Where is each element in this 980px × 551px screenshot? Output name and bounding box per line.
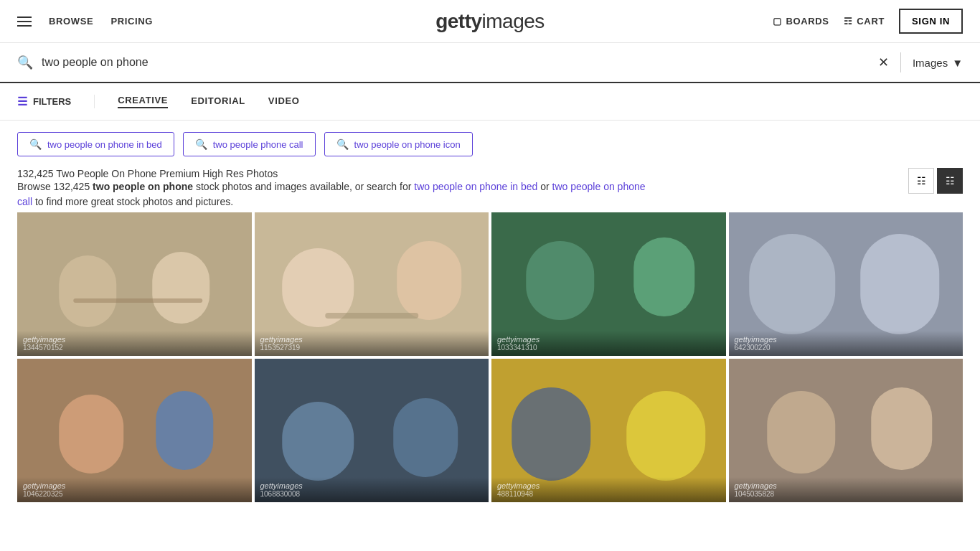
photo-overlay-4: gettyimages 642300220 <box>729 331 963 356</box>
svg-rect-19 <box>393 398 458 477</box>
boards-label: BOARDS <box>786 16 829 27</box>
svg-rect-7 <box>325 313 418 319</box>
svg-rect-12 <box>749 234 835 334</box>
grid-view-button[interactable]: ☷ <box>908 168 934 194</box>
svg-rect-16 <box>156 391 213 470</box>
filters-button[interactable]: ☰ FILTERS <box>17 95 95 108</box>
svg-rect-18 <box>282 402 354 481</box>
photo-id-2: 1153527319 <box>260 344 484 352</box>
suggestion-pill-2[interactable]: 🔍 two people phone call <box>183 132 316 156</box>
tab-creative[interactable]: CREATIVE <box>118 95 168 108</box>
link-phone-in-bed[interactable]: two people on phone in bed <box>414 181 537 192</box>
photo-overlay-8: gettyimages 1045035828 <box>729 477 963 502</box>
watermark-8: gettyimages <box>735 481 958 490</box>
tab-editorial[interactable]: EDITORIAL <box>191 95 245 108</box>
photo-item-8[interactable]: gettyimages 1045035828 <box>729 359 963 502</box>
photo-item-7[interactable]: gettyimages 488110948 <box>491 359 726 502</box>
suggestion-pills: 🔍 two people on phone in bed 🔍 two peopl… <box>17 132 963 156</box>
hamburger-menu[interactable] <box>17 17 32 27</box>
photo-id-7: 488110948 <box>497 490 720 498</box>
view-toggle: ☷ ☷ <box>908 168 963 194</box>
photo-grid: gettyimages 1344570152 gettyimages 11535… <box>17 212 963 502</box>
logo[interactable]: gettyimages <box>435 10 545 33</box>
cart-icon: ☶ <box>844 16 853 27</box>
desc-suffix: to find more great stock photos and pict… <box>32 196 233 207</box>
image-type-dropdown[interactable]: Images ▼ <box>913 57 963 69</box>
svg-rect-24 <box>767 391 835 474</box>
pill-label-2: two people phone call <box>213 139 303 150</box>
tab-video[interactable]: VIDEO <box>268 95 300 108</box>
photo-overlay-3: gettyimages 1033341310 <box>491 331 726 356</box>
svg-rect-22 <box>626 391 705 481</box>
suggestion-pill-1[interactable]: 🔍 two people on phone in bed <box>17 132 174 156</box>
svg-rect-3 <box>73 298 202 303</box>
boards-button[interactable]: ▢ BOARDS <box>773 16 829 27</box>
filters-label: FILTERS <box>33 96 71 107</box>
search-input[interactable] <box>42 56 878 69</box>
mosaic-icon: ☷ <box>946 175 955 187</box>
photo-overlay-6: gettyimages 1068830008 <box>255 477 489 502</box>
desc-mid: stock photos and images available, or se… <box>193 181 414 192</box>
photo-item-3[interactable]: gettyimages 1033341310 <box>491 212 726 356</box>
photo-overlay-7: gettyimages 488110948 <box>491 477 726 502</box>
svg-rect-9 <box>526 241 594 320</box>
cart-label: CART <box>857 16 885 27</box>
svg-rect-2 <box>152 252 209 324</box>
svg-rect-10 <box>633 237 694 316</box>
photo-id-5: 1046220325 <box>23 490 246 498</box>
watermark-3: gettyimages <box>497 335 720 344</box>
header-left: BROWSE PRICING <box>17 16 153 27</box>
pill-label-1: two people on phone in bed <box>47 139 162 150</box>
desc-prefix: Browse 132,425 <box>17 181 93 192</box>
watermark-7: gettyimages <box>497 481 720 490</box>
svg-rect-1 <box>59 255 116 327</box>
count-title: Two People On Phone Premium High Res Pho… <box>56 168 278 179</box>
photo-id-1: 1344570152 <box>23 344 246 352</box>
desc-bold: two people on phone <box>93 181 193 192</box>
watermark-5: gettyimages <box>23 481 246 490</box>
clear-icon[interactable]: ✕ <box>878 55 889 70</box>
pricing-link[interactable]: PRICING <box>110 16 153 27</box>
sign-in-button[interactable]: SIGN IN <box>899 9 963 34</box>
photo-overlay-1: gettyimages 1344570152 <box>17 331 252 356</box>
cart-button[interactable]: ☶ CART <box>844 16 885 27</box>
mosaic-view-button[interactable]: ☷ <box>937 168 963 194</box>
results-left: 132,425 Two People On Phone Premium High… <box>17 168 663 209</box>
photo-id-6: 1068830008 <box>260 490 484 498</box>
header: BROWSE PRICING gettyimages ▢ BOARDS ☶ CA… <box>0 0 980 43</box>
photo-overlay-2: gettyimages 1153527319 <box>255 331 489 356</box>
photo-item-2[interactable]: gettyimages 1153527319 <box>255 212 489 356</box>
results-description: Browse 132,425 two people on phone stock… <box>17 179 663 209</box>
watermark-4: gettyimages <box>735 335 958 344</box>
photo-id-8: 1045035828 <box>735 490 958 498</box>
pill-search-icon-2: 🔍 <box>195 138 207 150</box>
filter-icon: ☰ <box>17 95 27 108</box>
grid-icon: ☷ <box>917 175 926 187</box>
photo-item-5[interactable]: gettyimages 1046220325 <box>17 359 252 502</box>
photo-id-3: 1033341310 <box>497 344 720 352</box>
photo-item-6[interactable]: gettyimages 1068830008 <box>255 359 489 502</box>
pill-search-icon-3: 🔍 <box>336 138 349 150</box>
search-divider <box>900 52 901 72</box>
watermark-2: gettyimages <box>260 335 484 344</box>
photo-overlay-5: gettyimages 1046220325 <box>17 477 252 502</box>
browse-link[interactable]: BROWSE <box>49 16 93 27</box>
photo-item-1[interactable]: gettyimages 1344570152 <box>17 212 252 356</box>
svg-rect-25 <box>871 387 932 470</box>
pill-search-icon-1: 🔍 <box>29 138 42 150</box>
watermark-6: gettyimages <box>260 481 484 490</box>
results-count: 132,425 Two People On Phone Premium High… <box>17 168 663 179</box>
filters-bar: ☰ FILTERS CREATIVE EDITORIAL VIDEO <box>0 83 980 121</box>
watermark-1: gettyimages <box>23 335 246 344</box>
svg-rect-21 <box>512 387 590 481</box>
photo-id-4: 642300220 <box>735 344 958 352</box>
results-top: 132,425 Two People On Phone Premium High… <box>17 168 963 209</box>
chevron-down-icon: ▼ <box>952 57 963 69</box>
count-number: 132,425 <box>17 168 54 179</box>
svg-rect-15 <box>59 395 123 474</box>
main-content: 🔍 two people on phone in bed 🔍 two peopl… <box>0 121 980 502</box>
desc-link-mid: or <box>537 181 552 192</box>
image-type-label: Images <box>913 57 948 69</box>
suggestion-pill-3[interactable]: 🔍 two people on phone icon <box>324 132 473 156</box>
photo-item-4[interactable]: gettyimages 642300220 <box>729 212 963 356</box>
